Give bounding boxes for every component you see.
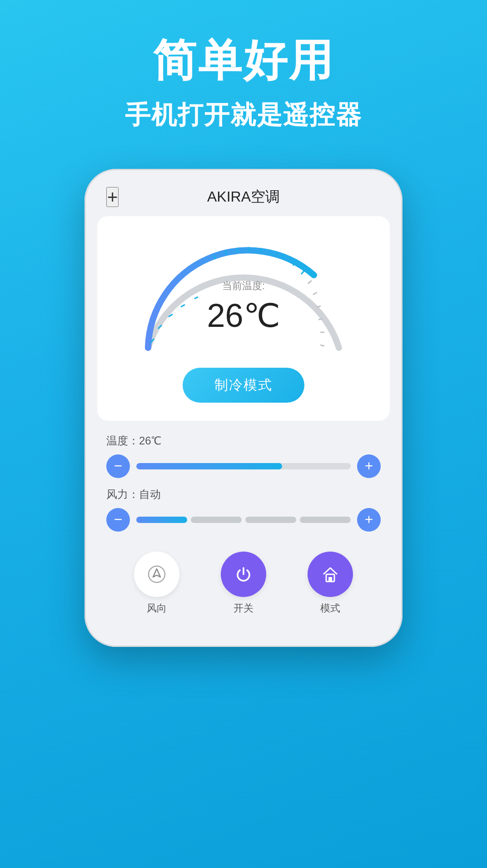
svg-line-4 [194,297,198,299]
phone-mockup: + AKIRA空调 [84,169,403,647]
wind-segment-1 [136,517,187,523]
wind-control-row: 风力：自动 − + [106,487,381,532]
wind-direction-icon [147,564,167,584]
temperature-display: 当前温度: 26℃ [207,279,280,335]
mode-control-btn: 模式 [308,552,353,615]
top-section: 简单好用 手机打开就是遥控器 [0,0,487,151]
subheadline: 手机打开就是遥控器 [0,98,487,133]
phone-header: + AKIRA空调 [97,182,390,216]
mode-label: 模式 [320,602,340,615]
power-label: 开关 [234,602,253,615]
home-icon [320,564,340,584]
wind-segment-3 [245,517,296,523]
wind-segment-4 [300,517,351,523]
svg-line-12 [301,271,304,274]
temperature-increase-button[interactable]: + [357,454,381,478]
wind-direction-circle[interactable] [134,552,179,597]
svg-line-8 [249,247,250,252]
wind-segment-2 [191,517,242,523]
temperature-decrease-button[interactable]: − [106,454,130,478]
svg-line-9 [261,248,262,252]
wind-control-label: 风力：自动 [106,487,381,502]
mode-circle[interactable] [308,552,353,597]
temperature-value: 26℃ [207,296,280,335]
headline: 简单好用 [0,36,487,84]
power-icon [234,564,253,584]
svg-line-14 [313,292,317,295]
wind-direction-label: 风向 [147,602,167,615]
phone-wrapper: + AKIRA空调 [0,169,487,647]
svg-line-13 [308,281,312,284]
wind-increase-button[interactable]: + [357,508,381,532]
wind-direction-btn: 风向 [134,552,179,615]
temperature-slider-track[interactable] [136,463,351,469]
power-circle[interactable] [221,552,266,597]
wind-slider-track[interactable] [136,517,351,523]
add-button[interactable]: + [106,187,119,207]
dial-container: 当前温度: 26℃ [111,230,376,357]
mode-button[interactable]: 制冷模式 [183,368,304,403]
temperature-slider-row: − + [106,454,381,478]
svg-line-7 [237,248,238,252]
temperature-control-row: 温度：26℃ − + [106,434,381,478]
power-btn: 开关 [221,552,266,615]
svg-line-18 [320,345,324,346]
bottom-buttons: 风向 开关 [106,541,381,620]
controls-section: 温度：26℃ − + 风力：自动 [97,421,390,629]
svg-line-16 [318,319,323,320]
temperature-control-label: 温度：26℃ [106,434,381,448]
wind-decrease-button[interactable]: − [106,508,130,532]
temperature-label: 当前温度: [207,279,280,293]
svg-rect-21 [328,577,332,582]
svg-line-3 [181,305,185,307]
wind-slider-row: − + [106,508,381,532]
phone-title: AKIRA空调 [207,187,280,207]
temperature-slider-fill [136,463,282,469]
temperature-card: 当前温度: 26℃ 制冷模式 [97,216,390,421]
